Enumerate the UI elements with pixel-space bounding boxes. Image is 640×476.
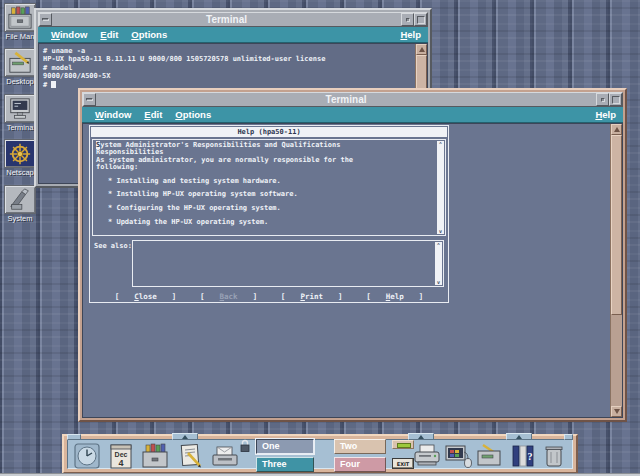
scroll-up-icon[interactable]: ^ [437, 141, 444, 147]
help-viewer-icon[interactable]: ? [508, 442, 538, 470]
help-dialog: Help (hpa50-11) System Administrator's R… [89, 125, 449, 303]
window-menu-icon [86, 98, 93, 101]
panel-right-handle[interactable] [564, 434, 573, 440]
scrollbar-thumb[interactable] [611, 135, 622, 315]
workspace-label: Three [262, 459, 287, 469]
help-button[interactable]: [Help] [365, 292, 424, 301]
workspace-button-three[interactable]: Three [256, 457, 314, 472]
system-icon [4, 185, 36, 214]
help-text-scrollbar[interactable]: ^ v [437, 141, 444, 234]
terminal2-title: Terminal [96, 94, 596, 105]
style-manager-icon[interactable] [444, 442, 474, 470]
desktop-icon-terminal[interactable]: Termina [2, 94, 38, 132]
scroll-up-icon[interactable] [611, 124, 622, 135]
see-also-list[interactable]: ^ v [132, 240, 444, 287]
minimize-icon [406, 18, 410, 22]
help-bullet: * Installing HP-UX operating system soft… [96, 191, 435, 198]
terminal2-text-area[interactable]: Help (hpa50-11) System Administrator's R… [82, 123, 623, 418]
file-manager-icon[interactable] [140, 442, 170, 470]
desktop-icon-label: System [2, 215, 38, 223]
menu-window[interactable]: Window [51, 29, 87, 40]
menu-help[interactable]: Help [595, 109, 616, 120]
scroll-down-icon[interactable]: v [437, 228, 444, 234]
mail-icon[interactable] [210, 442, 240, 470]
app-manager-icon[interactable] [474, 442, 504, 470]
see-also-label: See also: [94, 242, 132, 250]
panel-left-handle[interactable] [67, 434, 81, 440]
desktop-icon-label: File Man [2, 33, 38, 41]
menu-edit[interactable]: Edit [100, 29, 118, 40]
minimize-button[interactable] [596, 93, 609, 106]
print-button[interactable]: [Print] [280, 292, 344, 301]
terminal-line: HP-UX hpa50-11 B.11.11 U 9000/800 150572… [39, 55, 413, 63]
maximize-icon [417, 16, 425, 24]
menu-window[interactable]: Window [95, 109, 131, 120]
scroll-down-icon[interactable] [611, 406, 622, 417]
terminal2-titlebar[interactable]: Terminal [82, 92, 623, 107]
terminal-line: 9000/800/A500-5X [39, 72, 413, 80]
help-bullet: * Updating the HP-UX operating system. [96, 219, 435, 226]
desktop-apps-icon [4, 48, 36, 77]
terminal1-output: # uname -a HP-UX hpa50-11 B.11.11 U 9000… [39, 44, 427, 89]
subpanel-arrow-help[interactable] [506, 433, 532, 440]
trash-icon[interactable] [542, 442, 566, 470]
minimize-button[interactable] [401, 13, 414, 26]
window-menu-icon [42, 18, 49, 21]
menu-options[interactable]: Options [131, 29, 167, 40]
workspace-label: Four [340, 459, 360, 469]
desktop-icon-desktop-apps[interactable]: Desktop [2, 48, 38, 86]
clock-icon[interactable] [72, 442, 102, 470]
calendar-icon[interactable]: Dec 4 [106, 442, 136, 470]
terminal-line: # uname -a [39, 47, 413, 55]
scroll-down-icon[interactable]: v [435, 279, 442, 285]
help-intro-line: As system administrator, you are normall… [96, 157, 435, 164]
help-intro-line: following: [96, 164, 435, 171]
maximize-button[interactable] [609, 93, 622, 106]
back-button[interactable]: [Back] [199, 292, 258, 301]
svg-text:4: 4 [118, 458, 123, 468]
text-note-icon[interactable] [176, 442, 206, 470]
window-menu-button[interactable] [83, 93, 96, 106]
window-menu-button[interactable] [39, 13, 52, 26]
printer-icon[interactable] [412, 442, 442, 470]
close-button[interactable]: [Close] [114, 292, 178, 301]
menu-help[interactable]: Help [400, 29, 421, 40]
front-panel: Dec 4 [62, 434, 578, 474]
help-dialog-title: Help (hpa50-11) [91, 127, 447, 137]
desktop-root: File Man Desktop Termina [0, 0, 640, 476]
maximize-icon [612, 96, 620, 104]
desktop-icon-label: Desktop [2, 78, 38, 86]
workspace-label: One [262, 441, 280, 451]
busy-light [392, 440, 414, 449]
workspace-button-four[interactable]: Four [334, 457, 386, 472]
scroll-up-icon[interactable] [416, 44, 427, 55]
workspace-button-two[interactable]: Two [334, 439, 386, 454]
desktop-icon-system[interactable]: System [2, 185, 38, 223]
terminal2-scrollbar[interactable] [610, 124, 622, 417]
desktop-icon-netscape[interactable]: Netscap [2, 139, 38, 177]
menu-edit[interactable]: Edit [144, 109, 162, 120]
desktop-icon-label: Termina [2, 124, 38, 132]
terminal1-titlebar[interactable]: Terminal [38, 12, 428, 27]
menu-options[interactable]: Options [175, 109, 211, 120]
maximize-button[interactable] [414, 13, 427, 26]
lock-icon[interactable] [238, 438, 252, 453]
terminal-icon [4, 94, 36, 123]
workspace-label: Two [340, 441, 357, 451]
terminal1-title: Terminal [52, 14, 401, 25]
help-bullet: * Configuring the HP-UX operating system… [96, 205, 435, 212]
terminal2-menubar: Window Edit Options Help [82, 107, 623, 123]
see-also-scrollbar[interactable]: ^ v [435, 242, 442, 285]
help-text-box[interactable]: System Administrator's Responsibilities … [92, 139, 446, 236]
terminal1-menubar: Window Edit Options Help [38, 27, 428, 43]
subpanel-arrow-printer[interactable] [408, 433, 434, 440]
exit-button[interactable]: EXIT [392, 458, 414, 469]
workspace-button-one[interactable]: One [256, 439, 314, 454]
text-cursor [51, 81, 56, 88]
desktop-icon-file-manager[interactable]: File Man [2, 3, 38, 41]
subpanel-arrow-notes[interactable] [172, 433, 198, 440]
terminal-line: # model [39, 64, 413, 72]
svg-text:Dec: Dec [115, 451, 128, 458]
scroll-up-icon[interactable]: ^ [435, 242, 442, 248]
minimize-icon [601, 98, 605, 102]
